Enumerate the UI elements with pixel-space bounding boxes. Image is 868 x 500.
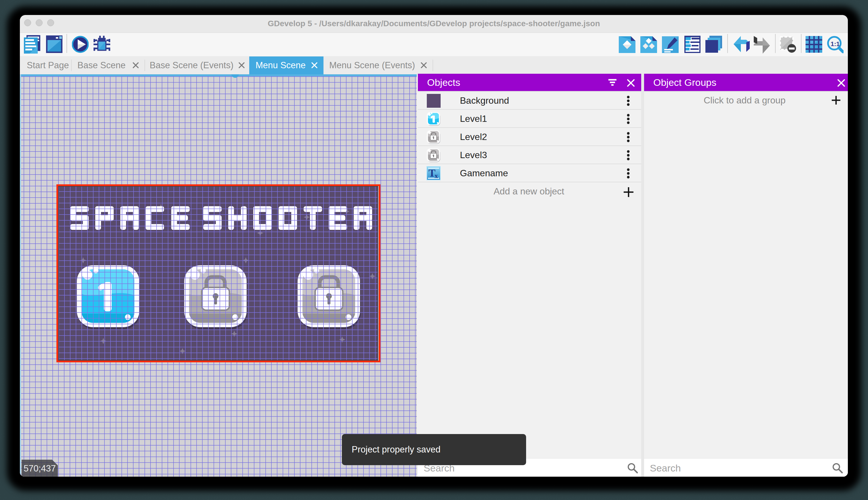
svg-text:x: x	[435, 172, 438, 180]
svg-text:1:1: 1:1	[831, 40, 840, 47]
